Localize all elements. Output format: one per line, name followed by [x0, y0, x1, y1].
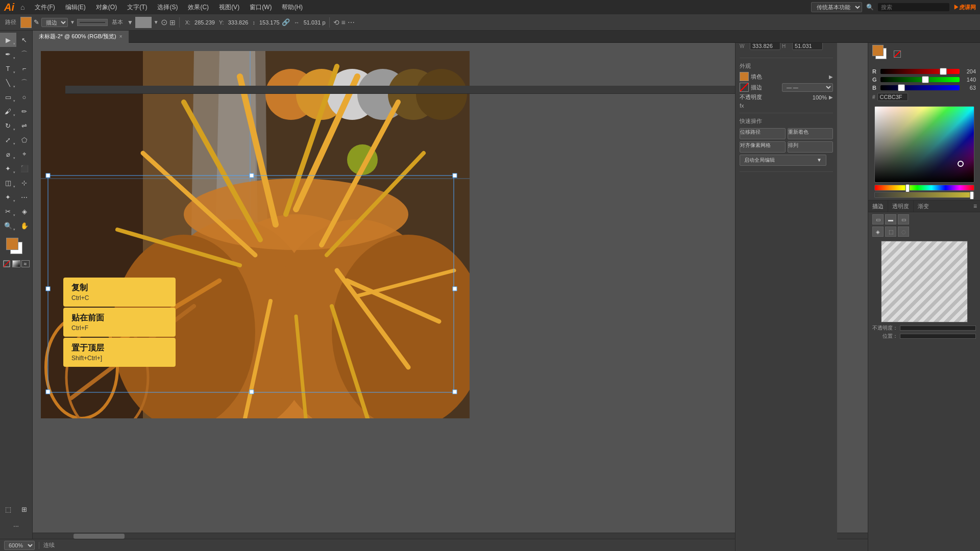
opacity-bar[interactable]: [874, 192, 974, 198]
b-slider[interactable]: [880, 85, 960, 90]
attr-stroke-swatch[interactable]: [740, 83, 749, 92]
width-tool-btn[interactable]: ⌖: [16, 147, 33, 161]
shear-tool-btn[interactable]: ⬠: [16, 133, 33, 147]
menu-edit[interactable]: 编辑(E): [61, 2, 90, 13]
more-icon[interactable]: ⋯: [348, 18, 355, 27]
home-icon[interactable]: ⌂: [20, 3, 24, 11]
attr-fill-swatch[interactable]: [740, 72, 749, 81]
expand-btn[interactable]: ⊞: [16, 502, 33, 516]
gradient-fill-btn[interactable]: [12, 260, 20, 267]
curvature-tool-btn[interactable]: ⌒: [16, 47, 33, 61]
menu-object[interactable]: 对象(O): [92, 2, 121, 13]
color-wheel-icon[interactable]: ⊙: [161, 17, 167, 27]
stroke-tab[interactable]: 描边: [868, 201, 888, 212]
link-icon[interactable]: 🔗: [282, 18, 290, 26]
mode-selector[interactable]: 传统基本功能: [811, 2, 862, 12]
hex-input[interactable]: [877, 93, 908, 101]
recolor-btn[interactable]: 重新着色: [788, 128, 834, 139]
r-thumb[interactable]: [940, 68, 947, 75]
opacity-app-arrow[interactable]: ▶: [829, 94, 833, 100]
g-thumb[interactable]: [922, 76, 929, 83]
fill-color-indicator-panel[interactable]: [872, 45, 884, 56]
eraser-tool-btn[interactable]: ◈: [16, 204, 33, 218]
grid-icon[interactable]: ⊞: [169, 18, 176, 27]
fill-color-indicator[interactable]: [6, 238, 18, 250]
fill-arrow[interactable]: ▶: [829, 74, 833, 80]
search-input[interactable]: [878, 3, 949, 11]
g-slider[interactable]: [880, 77, 960, 82]
stroke-edit-icon[interactable]: ✎: [34, 18, 39, 26]
type-tool-btn[interactable]: T▾: [0, 61, 16, 76]
sort-btn[interactable]: 排列: [788, 141, 834, 153]
align-icon[interactable]: ≡: [341, 18, 346, 27]
normal-blend-icon[interactable]: ▭: [872, 214, 884, 224]
knockout-icon[interactable]: ⬚: [885, 227, 896, 237]
pen-tool-btn[interactable]: ✒▾: [0, 47, 16, 61]
stroke-dropdown[interactable]: — —: [782, 83, 833, 92]
reflect-tool-btn[interactable]: ⇌: [16, 118, 33, 133]
ellipse-tool-btn[interactable]: ○: [16, 90, 33, 104]
menu-window[interactable]: 窗口(W): [246, 2, 276, 13]
scale-tool-btn[interactable]: ⤢▾: [0, 133, 16, 147]
pencil-tool-btn[interactable]: ✏: [16, 104, 33, 118]
active-tab[interactable]: 未标题-2* @ 600% (RGB/预览) ×: [33, 31, 129, 43]
trans-tab[interactable]: 透明度: [888, 201, 914, 212]
more-tools-btn[interactable]: ···: [0, 518, 33, 533]
lighten-blend-icon[interactable]: ▭: [898, 214, 909, 224]
rotate-tool-btn[interactable]: ↻▾: [0, 118, 16, 133]
scissors-tool-btn[interactable]: ✂▾: [0, 204, 16, 218]
transform-tab[interactable]: 渐变: [914, 201, 933, 212]
menu-text[interactable]: 文字(T): [123, 2, 151, 13]
darken-blend-icon[interactable]: ▬: [885, 214, 896, 224]
isolate-icon[interactable]: ◈: [872, 227, 884, 237]
mesh-tool-btn[interactable]: ⊹: [16, 176, 33, 190]
bar-graph-tool-btn[interactable]: ⬛: [16, 161, 33, 176]
opacity-masks-icon[interactable]: ◌: [898, 227, 909, 237]
fill-color-box[interactable]: [20, 17, 32, 28]
pattern-fill-btn[interactable]: ≋: [21, 260, 30, 267]
trans-panel-menu[interactable]: ≡: [970, 201, 980, 212]
arc-tool-btn[interactable]: ⌒: [16, 76, 33, 90]
w-attr-input[interactable]: [750, 42, 780, 50]
direct-select-tool-btn[interactable]: ↖: [16, 33, 33, 47]
r-slider[interactable]: [880, 69, 960, 74]
artboard-btn[interactable]: ⬚: [0, 502, 16, 516]
swatch-arrow[interactable]: ▼: [154, 19, 159, 25]
context-menu-copy[interactable]: 复制 Ctrl+C: [63, 278, 176, 307]
stroke-type-select[interactable]: 描边: [41, 18, 68, 27]
blend-tool-btn[interactable]: ⋯: [16, 190, 33, 204]
eyedropper-tool-btn[interactable]: ✦▾: [0, 190, 16, 204]
paintbrush-tool-btn[interactable]: 🖌▾: [0, 104, 16, 118]
select-tool-btn[interactable]: ▶▾: [0, 33, 16, 47]
color-gradient-picker[interactable]: [874, 106, 974, 183]
align-grid-btn[interactable]: 对齐像素网格: [740, 141, 786, 153]
hue-thumb[interactable]: [905, 184, 910, 192]
zoom-select[interactable]: 600%: [4, 541, 35, 550]
line-tool-btn[interactable]: ╲▾: [0, 76, 16, 90]
h-attr-input[interactable]: [792, 42, 823, 50]
context-menu-bring-to-front[interactable]: 置于顶层 Shift+Ctrl+]: [63, 338, 176, 367]
move-path-btn[interactable]: 位移路径: [740, 128, 786, 139]
no-fill-btn[interactable]: [3, 260, 11, 267]
stroke-options-btn[interactable]: ▼: [127, 19, 133, 26]
swatch-preview[interactable]: [135, 17, 152, 28]
menu-help[interactable]: 帮助(H): [278, 2, 307, 13]
global-edit-btn[interactable]: 启动全局编辑 ▼: [740, 155, 826, 166]
context-menu-paste-front[interactable]: 贴在前面 Ctrl+F: [63, 308, 176, 337]
symbol-tool-btn[interactable]: ✦▾: [0, 161, 16, 176]
transform-icon[interactable]: ⟲: [333, 18, 339, 27]
area-type-tool-btn[interactable]: ⌐: [16, 61, 33, 76]
menu-select[interactable]: 选择(S): [153, 2, 182, 13]
hand-tool-btn[interactable]: ✋: [16, 218, 33, 233]
rect-tool-btn[interactable]: ▭▾: [0, 90, 16, 104]
warp-tool-btn[interactable]: ⌀▾: [0, 147, 16, 161]
menu-effect[interactable]: 效果(C): [184, 2, 213, 13]
zoom-tool-btn[interactable]: 🔍▾: [0, 218, 16, 233]
hue-bar[interactable]: [874, 185, 974, 191]
opacity-thumb[interactable]: [970, 191, 974, 199]
none-color-btn[interactable]: [894, 51, 901, 58]
gradient-tool-btn[interactable]: ◫▾: [0, 176, 16, 190]
b-thumb[interactable]: [898, 84, 905, 91]
h-scroll-thumb[interactable]: [74, 534, 125, 539]
menu-view[interactable]: 视图(V): [215, 2, 243, 13]
